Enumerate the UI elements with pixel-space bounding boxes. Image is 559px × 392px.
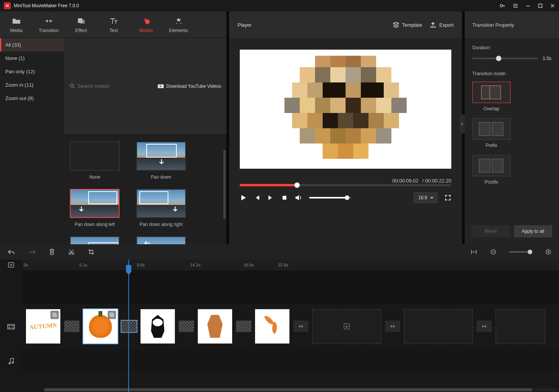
motion-pan-down[interactable]: Pan down [134, 142, 188, 180]
app-title: MiniTool MovieMaker Free 7.0.0 [14, 3, 499, 8]
menu-icon[interactable] [512, 3, 519, 9]
motion-pan-left[interactable]: Pan left [68, 236, 121, 245]
tab-effect[interactable]: Effect [65, 11, 97, 38]
clip-5[interactable] [255, 309, 289, 344]
search-input[interactable] [78, 83, 157, 89]
svg-point-16 [12, 362, 14, 364]
key-icon[interactable] [499, 3, 506, 9]
video-track-icon[interactable] [0, 304, 22, 350]
tab-elements-label: Elements [169, 28, 188, 33]
scrollbar-thumb[interactable] [223, 150, 226, 219]
panel-expand-handle[interactable] [459, 115, 465, 134]
mode-postfix[interactable]: Postfix [472, 155, 511, 185]
motion-icon [142, 16, 150, 26]
category-none[interactable]: None (1) [0, 52, 64, 65]
transition-slot-3[interactable] [179, 321, 194, 332]
mode-overlap[interactable]: Overlap [472, 82, 511, 111]
volume-slider[interactable] [309, 197, 351, 198]
fullscreen-button[interactable] [444, 194, 451, 201]
template-button[interactable]: Template [393, 21, 422, 28]
category-zoom-out[interactable]: Zoom out (9) [0, 92, 64, 105]
add-track-button[interactable] [0, 260, 22, 270]
undo-button[interactable] [8, 249, 15, 255]
transition-placeholder-1[interactable] [293, 321, 309, 332]
split-button[interactable] [68, 248, 75, 255]
mode-overlap-label: Overlap [483, 106, 499, 111]
time-total: / 00:00:22.20 [422, 178, 451, 184]
audio-track-icon[interactable] [0, 350, 22, 373]
left-panel: Media Transition Effect Text Motion [0, 11, 226, 244]
tab-text[interactable]: Text [97, 11, 130, 38]
download-youtube-button[interactable]: Download YouTube Videos [157, 84, 221, 89]
aspect-value: 16:9 [418, 195, 427, 200]
transition-slot-2[interactable] [121, 321, 137, 332]
top-tabs: Media Transition Effect Text Motion [0, 11, 226, 38]
audio-track[interactable] [22, 349, 559, 372]
tab-elements[interactable]: Elements [162, 11, 195, 38]
close-icon[interactable] [550, 3, 555, 8]
seek-bar[interactable]: 00:00:09.02 / 00:00:22.20 [240, 184, 451, 186]
mode-prefix[interactable]: Prefix [472, 118, 511, 148]
timeline-ruler[interactable]: 0s 5.1s 9.6s 14.2s 18.8s 22.8s [22, 260, 559, 270]
redo-button[interactable] [28, 249, 36, 255]
next-button[interactable] [267, 194, 274, 201]
transition-placeholder-2[interactable] [385, 321, 400, 332]
svg-point-5 [144, 18, 147, 21]
transition-icon [44, 16, 54, 26]
folder-icon [12, 16, 21, 26]
category-all[interactable]: All (33) [0, 38, 64, 52]
motion-none[interactable]: None [68, 142, 121, 180]
template-label: Template [402, 22, 422, 28]
transition-slot-1[interactable] [64, 321, 79, 332]
prev-button[interactable] [254, 194, 260, 201]
search-icon [69, 83, 75, 89]
motion-pan-down-right-label: Pan down along right [140, 222, 183, 227]
category-zoom-in[interactable]: Zoom in (11) [0, 78, 64, 92]
timeline-scrollbar[interactable] [44, 388, 557, 391]
minimize-icon[interactable] [525, 3, 531, 8]
video-track[interactable]: AUTUMN [22, 304, 559, 349]
crop-button[interactable] [88, 248, 95, 255]
fit-button[interactable] [470, 249, 477, 255]
svg-point-0 [500, 5, 502, 7]
volume-icon[interactable] [295, 194, 302, 201]
timeline: 0s 5.1s 9.6s 14.2s 18.8s 22.8s AUTUMN [0, 260, 559, 392]
tab-media[interactable]: Media [0, 11, 32, 38]
tab-motion[interactable]: Motion [130, 11, 162, 38]
clip-3[interactable] [141, 309, 175, 344]
clip-2[interactable] [83, 309, 118, 344]
svg-rect-3 [80, 20, 85, 24]
category-pan-only[interactable]: Pan only (12) [0, 65, 64, 78]
transition-placeholder-3[interactable] [477, 321, 492, 332]
ruler-mark: 5.1s [79, 263, 87, 267]
tab-motion-label: Motion [139, 28, 153, 33]
maximize-icon[interactable] [538, 3, 543, 8]
video-preview [240, 50, 451, 169]
motion-pan-left-along-bottom[interactable]: Pan left along bottom [134, 236, 188, 245]
tab-transition[interactable]: Transition [32, 11, 65, 38]
drop-zone-1[interactable] [312, 309, 381, 344]
export-button[interactable]: Export [430, 21, 454, 28]
zoom-slider[interactable] [509, 251, 532, 253]
duration-slider[interactable]: 1.0s [472, 56, 551, 61]
apply-all-button[interactable]: Apply to all [514, 225, 553, 237]
zoom-out-button[interactable] [490, 249, 496, 255]
motion-pan-down-along-left[interactable]: Pan down along left [68, 189, 121, 227]
playhead[interactable] [128, 260, 129, 392]
clip-1[interactable]: AUTUMN [26, 309, 60, 344]
delete-button[interactable] [49, 248, 55, 255]
transition-slot-4[interactable] [236, 321, 251, 332]
motion-pan-down-left-label: Pan down along left [74, 222, 115, 227]
tab-media-label: Media [10, 28, 23, 33]
play-button[interactable] [240, 194, 247, 201]
stop-button[interactable] [281, 194, 288, 201]
drop-zone-2[interactable] [404, 309, 473, 344]
zoom-in-button[interactable] [545, 249, 551, 255]
drop-zone-3[interactable] [496, 309, 545, 344]
player-panel: Player Template Export [229, 11, 462, 244]
clip-4[interactable] [198, 309, 232, 344]
motion-pan-down-along-right[interactable]: Pan down along right [134, 189, 188, 227]
aspect-select[interactable]: 16:9 [414, 192, 438, 203]
reset-button[interactable]: Reset [472, 225, 510, 237]
tab-transition-label: Transition [39, 28, 58, 33]
